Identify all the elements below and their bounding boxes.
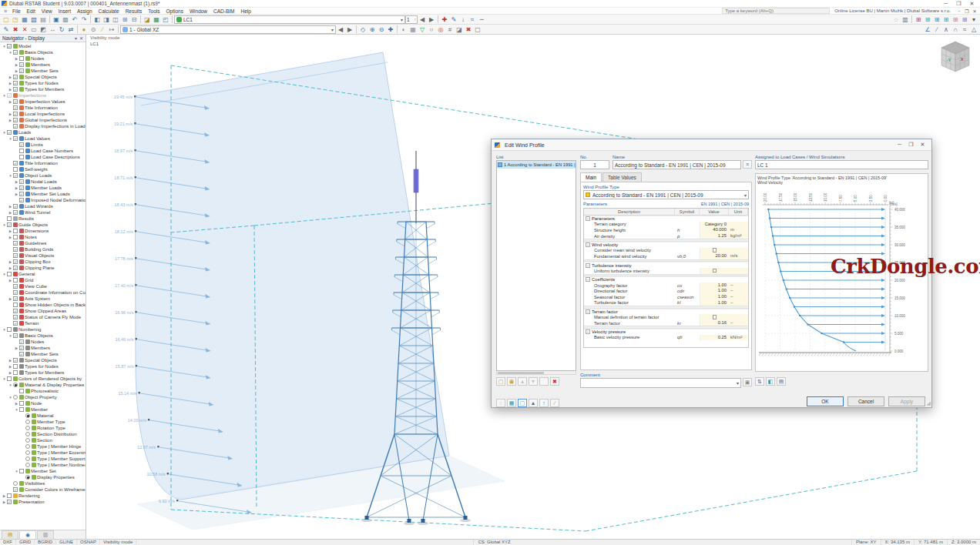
radio-button[interactable] [25,475,30,480]
expander-icon[interactable]: ▼ [2,223,7,227]
tree-item-type-member-support[interactable]: Type | Member Support [0,456,86,462]
tree-item-types-for-nodes[interactable]: ▶✓Types for Nodes [0,80,86,86]
expander-icon[interactable]: ▶ [14,57,19,61]
tree-item-consider-colors-in-wireframe-mo[interactable]: ✓Consider Colors in Wireframe Mo... [0,486,86,493]
load-case-next-icon[interactable]: ▶ [427,15,436,24]
expander-icon[interactable]: ▶ [14,192,19,196]
show-results-icon[interactable]: ≈ [468,15,477,24]
copy-icon[interactable]: ▣ [52,15,61,24]
expander-icon[interactable]: ▶ [8,229,13,233]
load-case-combo[interactable]: LC1▾ [174,15,405,24]
checkbox[interactable]: ✓ [13,241,18,246]
expander-icon[interactable]: ▶ [8,297,13,301]
move-object-icon[interactable]: ↔ [48,25,57,34]
tree-item-member[interactable]: ▼Member [0,406,86,413]
tree-item-show-hidden-objects-in-backgro[interactable]: Show Hidden Objects in Backgro... [0,302,86,308]
menu-edit[interactable]: Edit [24,8,39,14]
collapse-icon[interactable]: − [586,277,590,282]
radio-button[interactable] [25,413,30,418]
pick-in-model-icon[interactable]: ▲ [529,399,538,407]
group-row-wind-velocity[interactable]: −Wind velocity [584,242,748,248]
tree-item-basic-objects[interactable]: ▼✓Basic Objects [0,333,86,339]
wind-simulation-icon[interactable]: ∼ [477,15,486,24]
clipping-tool-icon[interactable]: ◪ [455,25,464,34]
search-input[interactable] [722,8,830,14]
status-toggle-visibility-mode[interactable]: Visibility mode [100,540,136,544]
radio-button[interactable] [25,432,30,436]
radio-button[interactable] [25,444,30,449]
param-checkbox[interactable] [713,248,717,252]
status-toggle-bgrid[interactable]: BGRID [35,540,56,544]
dialog-help-icon[interactable]: ◌ [496,399,505,407]
ok-button[interactable]: OK [807,396,844,406]
chart-settings-icon[interactable]: ⇅ [755,377,764,386]
expander-icon[interactable]: ▶ [8,365,13,369]
wind-profile-type-dropdown[interactable]: According to Standard - EN 1991 | CEN | … [583,190,749,199]
group-row-turbulence-intensity[interactable]: −Turbulence intensity [584,262,748,268]
pan-view-icon[interactable]: ✚ [386,25,395,34]
tree-item-notes[interactable]: ▶Notes [0,234,86,240]
radio-button[interactable] [25,450,30,455]
polyline-tool-icon[interactable]: ∧ [941,25,951,34]
checkbox[interactable]: ✓ [13,487,18,492]
expander-icon[interactable]: ▶ [14,402,19,406]
pin-icon[interactable]: ▾ [75,35,77,41]
tree-item-object-loads[interactable]: ▼✓Object Loads [0,172,86,179]
expander-icon[interactable]: ▶ [14,180,19,184]
tree-item-grid[interactable]: ▶Grid [0,277,86,283]
cancel-button[interactable]: Cancel [847,396,884,406]
checkbox[interactable]: ✓ [19,69,24,73]
tree-item-guide-objects[interactable]: ▼✓Guide Objects [0,222,86,228]
tree-item-photorealistic[interactable]: Photorealistic [0,388,86,394]
checkbox[interactable] [7,272,12,276]
checkbox[interactable]: ✓ [13,253,18,258]
expander-icon[interactable]: ▶ [8,88,13,92]
panels-toggle-icon[interactable]: ◰ [161,15,170,24]
checkbox[interactable]: ✓ [19,186,24,190]
menu-help[interactable]: Help [238,8,254,14]
checkbox[interactable] [7,376,12,381]
undo-icon[interactable]: ↶ [70,15,79,24]
expander-icon[interactable]: ▶ [8,371,13,375]
checkbox[interactable] [13,303,18,307]
delete-icon[interactable]: ▩ [61,15,70,24]
render-mode-icon[interactable]: ◐ [399,25,408,34]
tree-item-member-sets[interactable]: ▶✓Member Sets [0,68,86,74]
checkbox[interactable] [13,370,18,375]
expander-icon[interactable]: ▶ [8,260,13,264]
expander-icon[interactable]: ▶ [8,100,13,104]
expander-icon[interactable]: ▶ [8,266,13,270]
tree-item-nodes[interactable]: ✓Nodes [0,339,86,345]
name-field[interactable]: According to Standard - EN 1991 | CEN | … [612,160,741,169]
print-icon[interactable]: ▤ [39,15,48,24]
tree-item-view-cube[interactable]: ✓View Cube [0,283,86,289]
view-next-icon[interactable]: ▶ [345,25,354,34]
checkbox[interactable]: ✓ [13,210,18,215]
tab-table-values[interactable]: Table Values [602,172,642,182]
tree-item-section[interactable]: Section [0,437,86,443]
tree-item-self-weight[interactable]: Self-weight [0,166,86,172]
show-hinges-icon[interactable]: ○ [427,25,436,34]
param-row-basic-velocity-pressure[interactable]: Basic velocity pressureqb0.25kN/m² [584,335,748,341]
move-down-icon[interactable]: ▼ [529,377,538,386]
delete-object-icon[interactable]: ✖ [11,25,20,34]
expander-icon[interactable]: ▼ [2,45,7,48]
checkbox[interactable]: ✓ [13,105,18,110]
expander-icon[interactable]: ▶ [8,205,13,209]
dimension-tool-icon[interactable]: ↦ [107,25,116,34]
show-supports-icon[interactable]: ▽ [418,25,427,34]
table-data-teal-icon[interactable]: ⊞ [941,15,951,24]
dialog-measure-icon[interactable]: ∕ [550,399,559,407]
collapse-icon[interactable]: − [586,242,590,247]
param-row-consider-mean-wind-velocity[interactable]: Consider mean wind velocity [584,248,748,254]
menu-cad-bim[interactable]: CAD-BIM [210,8,237,14]
menu-tools[interactable]: Tools [145,8,163,14]
checkbox[interactable]: ✓ [7,44,12,48]
expander-icon[interactable]: ▼ [14,408,19,412]
checkbox[interactable] [13,229,18,233]
tree-item-guidelines[interactable]: ✓Guidelines [0,240,86,246]
menu-insert[interactable]: Insert [55,8,74,14]
table-data-purple-icon[interactable]: ⊞ [960,15,969,24]
checkbox[interactable] [19,469,24,473]
menu-file[interactable]: File [9,8,23,14]
